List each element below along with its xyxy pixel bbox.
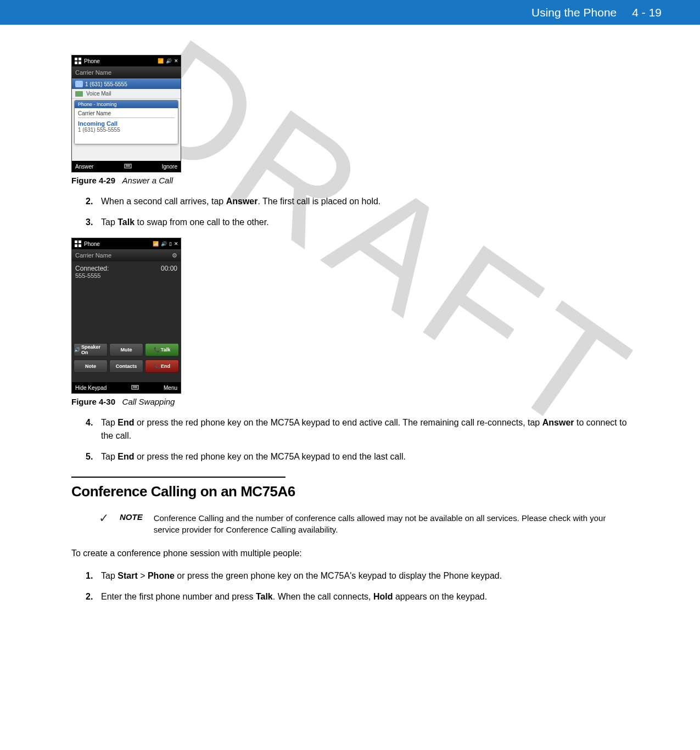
step-item: 1. Tap Start > Phone or press the green …: [86, 569, 629, 583]
page-header: Using the Phone 4 - 19: [0, 0, 700, 25]
figure-4-30-caption: Figure 4-30 Call Swapping: [71, 397, 629, 406]
svg-rect-10: [79, 244, 81, 247]
keyboard-icon: [131, 383, 139, 392]
section-divider: [71, 477, 285, 478]
window-title: Phone: [84, 58, 100, 64]
carrier-band: Carrier Name: [72, 66, 181, 79]
section-heading: Conference Calling on an MC75A6: [71, 483, 629, 500]
phone-icon: [75, 81, 83, 87]
chapter-title: Using the Phone: [531, 6, 617, 19]
steps-list-b: 4. Tap End or press the red phone key on…: [86, 416, 629, 463]
windows-logo-icon: [74, 57, 82, 65]
contacts-button: Contacts: [109, 360, 143, 373]
step-text: Tap Start > Phone or press the green pho…: [101, 569, 629, 583]
softkey-ignore: Ignore: [162, 164, 177, 170]
steps-list-a: 2. When a second call arrives, tap Answe…: [86, 195, 629, 229]
softkey-answer: Answer: [75, 164, 93, 170]
end-button: 📞 End: [145, 360, 179, 373]
step-text: Enter the first phone number and press T…: [101, 590, 629, 603]
figure-4-29-caption: Figure 4-29 Answer a Call: [71, 176, 629, 185]
svg-rect-2: [75, 61, 77, 64]
svg-rect-0: [75, 58, 77, 60]
signal-icon: 📶: [153, 241, 159, 247]
active-call-row: 1 (631) 555-5555: [72, 79, 181, 89]
voicemail-icon: [75, 91, 83, 97]
softkey-hide-keypad: Hide Keypad: [75, 385, 107, 391]
close-icon: ✕: [174, 241, 178, 247]
note-block: ✓ NOTE Conference Calling and the number…: [99, 512, 629, 535]
svg-rect-1: [79, 58, 81, 60]
step-text: Tap End or press the red phone key on th…: [101, 416, 629, 443]
svg-rect-7: [75, 240, 77, 243]
carrier-name: Carrier Name: [75, 252, 111, 259]
volume-icon: 🔊: [166, 58, 172, 64]
page-number: 4 - 19: [632, 6, 662, 19]
body-paragraph: To create a conference phone session wit…: [71, 547, 629, 559]
step-text: Tap End or press the red phone key on th…: [101, 450, 629, 463]
softkey-menu: Menu: [164, 385, 177, 391]
volume-icon: 🔊: [161, 241, 167, 247]
note-label: NOTE: [120, 512, 143, 522]
status-label: Connected:: [75, 265, 109, 272]
mute-button: Mute: [109, 343, 143, 356]
screenshot-call-swapping: Phone 📶 🔊 ▯ ✕ Carrier Name ⚙ Connected: …: [71, 238, 181, 394]
talk-button: 📞 Talk: [145, 343, 179, 356]
screenshot-answer-call: Phone 📶 🔊 ✕ Carrier Name 1 (631) 555-555…: [71, 55, 181, 172]
svg-rect-3: [79, 61, 81, 64]
note-button: Note: [74, 360, 108, 373]
popup-incoming-label: Incoming Call: [78, 120, 175, 127]
step-item: 4. Tap End or press the red phone key on…: [86, 416, 629, 443]
gear-icon: ⚙: [172, 252, 177, 259]
step-item: 2. Enter the first phone number and pres…: [86, 590, 629, 603]
popup-number: 1 (631) 555-5555: [78, 127, 175, 133]
step-item: 2. When a second call arrives, tap Answe…: [86, 195, 629, 208]
signal-icon: 📶: [158, 58, 164, 64]
voicemail-row: Voice Mail: [72, 89, 181, 99]
keyboard-icon: [124, 162, 132, 171]
step-item: 5. Tap End or press the red phone key on…: [86, 450, 629, 463]
incoming-call-popup: Phone - Incoming Carrier Name Incoming C…: [74, 100, 178, 144]
close-icon: ✕: [174, 58, 178, 64]
svg-rect-8: [79, 240, 81, 243]
checkmark-icon: ✓: [99, 511, 109, 525]
windows-logo-icon: [74, 240, 82, 248]
connected-number: 555-5555: [75, 272, 177, 279]
step-text: When a second call arrives, tap Answer. …: [101, 195, 629, 208]
steps-list-c: 1. Tap Start > Phone or press the green …: [86, 569, 629, 603]
popup-carrier: Carrier Name: [78, 110, 175, 118]
battery-icon: ▯: [169, 241, 172, 247]
svg-rect-9: [75, 244, 77, 247]
note-text: Conference Calling and the number of con…: [154, 512, 629, 535]
speaker-button: 🔊 Speaker On: [74, 343, 108, 356]
window-title: Phone: [84, 241, 100, 247]
step-text: Tap Talk to swap from one call to the ot…: [101, 216, 629, 229]
call-timer: 00:00: [161, 265, 177, 272]
popup-title: Phone - Incoming: [75, 100, 178, 108]
step-item: 3. Tap Talk to swap from one call to the…: [86, 216, 629, 229]
